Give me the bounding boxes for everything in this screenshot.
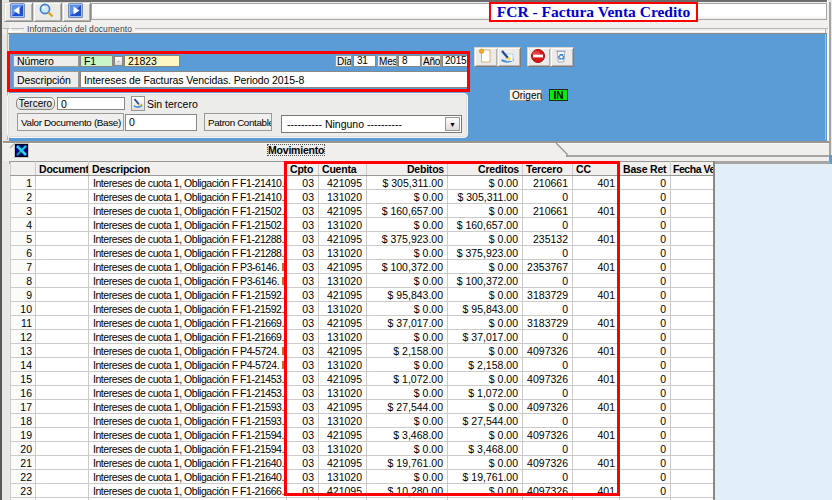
svg-text:♻: ♻ (557, 52, 565, 62)
